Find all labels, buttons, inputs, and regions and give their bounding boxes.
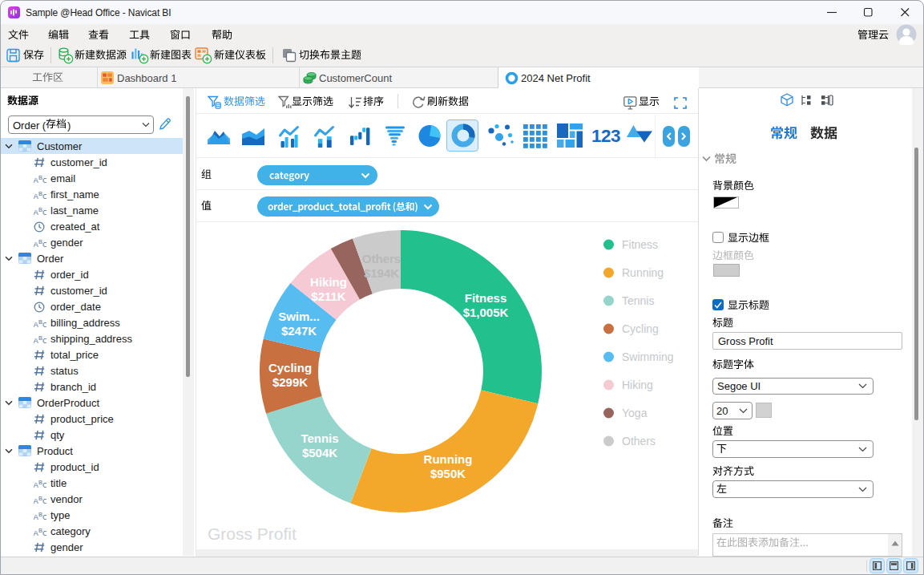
svg-text:C: C xyxy=(42,336,46,345)
svg-text:Swimming: Swimming xyxy=(622,350,674,363)
svg-text:Fitness: Fitness xyxy=(465,291,507,305)
svg-text:C: C xyxy=(42,528,46,537)
svg-text:Hiking: Hiking xyxy=(310,275,347,289)
svg-text:Tennis: Tennis xyxy=(622,294,654,307)
svg-text:C: C xyxy=(42,208,46,217)
svg-text:Cycling: Cycling xyxy=(268,361,312,375)
svg-text:123: 123 xyxy=(591,126,620,146)
svg-text:C: C xyxy=(42,192,46,200)
svg-text:C: C xyxy=(42,240,46,249)
svg-text:C: C xyxy=(42,496,46,505)
svg-text:C: C xyxy=(42,176,46,184)
svg-text:Yoga: Yoga xyxy=(622,407,648,419)
svg-text:Others: Others xyxy=(362,252,401,265)
svg-text:$211K: $211K xyxy=(311,290,346,303)
svg-text:$1,005K: $1,005K xyxy=(463,306,509,319)
svg-text:Others: Others xyxy=(622,435,656,447)
svg-text:C: C xyxy=(42,512,46,521)
svg-text:Hiking: Hiking xyxy=(622,379,653,391)
svg-text:C: C xyxy=(42,480,46,489)
svg-text:Running: Running xyxy=(424,452,473,466)
svg-text:$950K: $950K xyxy=(430,467,466,480)
svg-text:Running: Running xyxy=(622,266,664,279)
svg-text:$194K: $194K xyxy=(364,266,399,280)
svg-text:$504K: $504K xyxy=(302,446,337,460)
svg-text:Fitness: Fitness xyxy=(622,238,658,251)
svg-text:Swim...: Swim... xyxy=(278,310,320,323)
svg-text:Tennis: Tennis xyxy=(301,431,338,445)
svg-text:$299K: $299K xyxy=(272,375,308,389)
svg-text:C: C xyxy=(42,320,46,329)
svg-text:Cycling: Cycling xyxy=(622,322,659,335)
svg-text:$247K: $247K xyxy=(281,324,317,338)
